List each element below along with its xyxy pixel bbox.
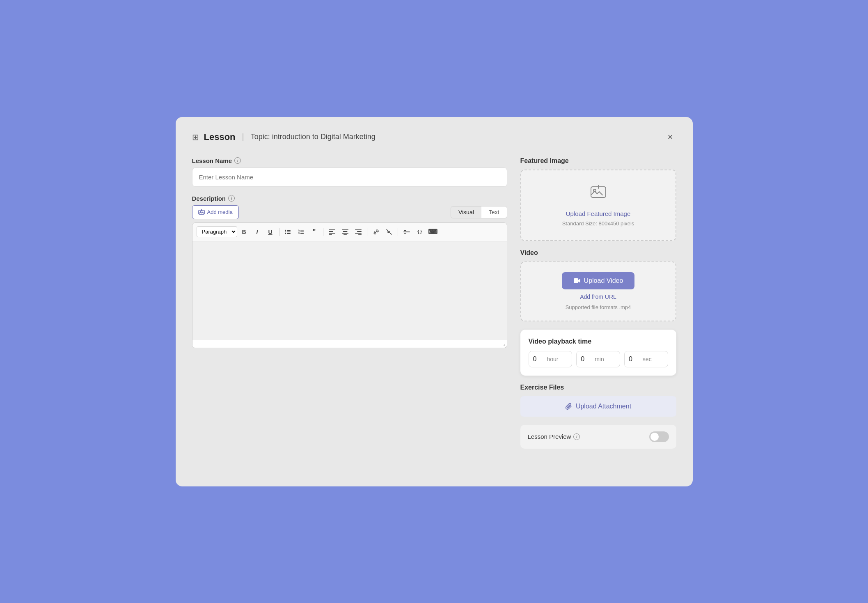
bullet-list-button[interactable] — [282, 226, 294, 238]
add-from-url-link[interactable]: Add from URL — [528, 293, 669, 300]
italic-button[interactable]: I — [251, 226, 263, 238]
link-button[interactable] — [370, 226, 382, 238]
blockquote-button[interactable]: " — [308, 226, 321, 238]
svg-rect-7 — [287, 233, 291, 234]
svg-rect-23 — [357, 231, 362, 232]
sec-input[interactable] — [625, 351, 643, 367]
align-center-button[interactable] — [339, 226, 351, 238]
toolbar-separator-4 — [398, 228, 398, 236]
lesson-name-input[interactable] — [192, 167, 507, 187]
resize-handle: ⌟ — [192, 340, 507, 348]
lesson-preview-row: Lesson Preview i — [520, 425, 676, 449]
description-info-icon: i — [228, 195, 235, 202]
video-title: Video — [520, 249, 676, 257]
sec-label: sec — [643, 352, 655, 367]
toolbar-separator-3 — [367, 228, 367, 236]
svg-rect-28 — [404, 230, 406, 231]
svg-rect-20 — [342, 233, 348, 234]
svg-rect-5 — [287, 232, 291, 232]
header-left: ⊞ Lesson | Topic: introduction to Digita… — [192, 132, 376, 142]
topic-subtitle: Topic: introduction to Digital Marketing — [251, 133, 376, 141]
paragraph-select[interactable]: Paragraph — [197, 226, 237, 237]
toolbar-separator-2 — [323, 228, 323, 236]
code-button[interactable]: {} — [414, 226, 426, 238]
video-icon — [573, 277, 581, 284]
lesson-preview-info-icon: i — [573, 433, 580, 440]
modal-title: Lesson — [204, 132, 236, 142]
svg-point-2 — [285, 229, 286, 230]
svg-rect-14 — [329, 229, 335, 230]
svg-rect-17 — [329, 234, 332, 235]
svg-rect-18 — [342, 229, 348, 230]
svg-rect-24 — [355, 233, 362, 234]
featured-image-box: Upload Featured Image Standard Size: 800… — [520, 170, 676, 241]
tab-text[interactable]: Text — [481, 206, 507, 218]
svg-rect-21 — [344, 234, 347, 235]
left-panel: Lesson Name i Description i — [192, 157, 507, 449]
min-field: min — [576, 351, 620, 367]
standard-size-text: Standard Size: 800x450 pixels — [562, 220, 634, 227]
bold-button[interactable]: B — [238, 226, 250, 238]
right-panel: Featured Image Upload Featured Image Sta… — [520, 157, 676, 449]
image-upload-icon — [528, 183, 669, 205]
exercise-section: Exercise Files Upload Attachment — [520, 384, 676, 417]
exercise-title: Exercise Files — [520, 384, 676, 391]
playback-title: Video playback time — [529, 338, 668, 345]
sec-field: sec — [624, 351, 668, 367]
lesson-name-info-icon: i — [234, 157, 241, 164]
svg-rect-9 — [300, 230, 304, 231]
svg-rect-22 — [355, 229, 362, 230]
editor-toolbar: Paragraph B I U 1.2.3. " — [192, 223, 507, 241]
editor-area[interactable] — [192, 241, 507, 340]
svg-rect-13 — [300, 233, 304, 234]
upload-featured-image-link[interactable]: Upload Featured Image — [528, 210, 669, 217]
modal-container: ⊞ Lesson | Topic: introduction to Digita… — [176, 117, 693, 486]
paperclip-icon — [565, 403, 573, 410]
tab-visual[interactable]: Visual — [451, 206, 481, 218]
svg-point-6 — [285, 233, 286, 234]
unlink-button[interactable] — [383, 226, 395, 238]
svg-rect-19 — [343, 231, 347, 232]
add-media-icon — [198, 209, 205, 216]
modal-body: Lesson Name i Description i — [192, 157, 676, 449]
svg-point-4 — [285, 231, 286, 232]
close-button[interactable]: × — [664, 130, 676, 144]
svg-rect-15 — [329, 231, 333, 232]
min-input[interactable] — [577, 351, 595, 367]
supported-formats-text: Supported file formats .mp4 — [566, 304, 631, 310]
toolbar-separator-1 — [279, 228, 279, 236]
ordered-list-button[interactable]: 1.2.3. — [295, 226, 307, 238]
playback-inputs: hour min sec — [529, 351, 668, 367]
add-media-button[interactable]: Add media — [192, 205, 239, 219]
svg-rect-3 — [287, 230, 291, 231]
min-label: min — [595, 352, 607, 367]
keyboard-button[interactable]: ⌨ — [427, 226, 439, 238]
lesson-preview-label: Lesson Preview i — [528, 433, 580, 440]
video-box: Upload Video Add from URL Supported file… — [520, 261, 676, 321]
hour-label: hour — [547, 352, 562, 367]
svg-rect-11 — [300, 232, 304, 232]
video-section: Video Upload Video Add from URL Supporte… — [520, 249, 676, 321]
align-right-button[interactable] — [352, 226, 364, 238]
align-left-button[interactable] — [326, 226, 338, 238]
hour-field: hour — [529, 351, 573, 367]
lesson-icon: ⊞ — [192, 132, 199, 142]
playback-card: Video playback time hour min sec — [520, 330, 676, 376]
upload-video-button[interactable]: Upload Video — [562, 272, 635, 289]
lesson-preview-toggle[interactable] — [649, 431, 669, 442]
description-label-row: Description i — [192, 195, 235, 202]
visual-text-tabs: Visual Text — [451, 206, 507, 218]
description-header: Description i — [192, 195, 507, 202]
featured-image-title: Featured Image — [520, 157, 676, 165]
svg-rect-25 — [358, 234, 362, 235]
svg-text:3.: 3. — [298, 232, 300, 234]
toggle-slider — [649, 431, 669, 442]
horizontal-rule-button[interactable] — [401, 226, 413, 238]
hour-input[interactable] — [529, 351, 547, 367]
description-label: Description — [192, 195, 226, 202]
editor-container: Paragraph B I U 1.2.3. " — [192, 222, 507, 348]
svg-rect-29 — [404, 233, 406, 234]
upload-attachment-button[interactable]: Upload Attachment — [520, 396, 676, 417]
underline-button[interactable]: U — [264, 226, 277, 238]
svg-rect-32 — [574, 278, 578, 283]
